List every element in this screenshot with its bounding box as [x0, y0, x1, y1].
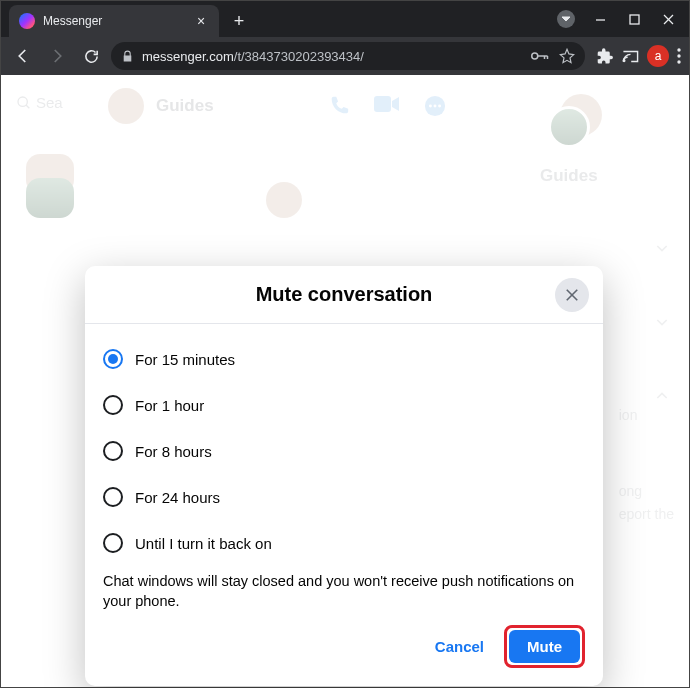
mute-option-1-hour[interactable]: For 1 hour	[103, 382, 585, 428]
mute-option-until-back-on[interactable]: Until I turn it back on	[103, 520, 585, 566]
modal-header: Mute conversation	[85, 266, 603, 324]
tab-close-icon[interactable]: ×	[193, 13, 209, 29]
window-minimize-button[interactable]	[585, 4, 615, 34]
highlight-annotation: Mute	[504, 625, 585, 668]
tab-search-icon[interactable]	[551, 4, 581, 34]
option-label: For 15 minutes	[135, 351, 235, 368]
extensions-icon[interactable]	[597, 48, 614, 65]
option-label: For 24 hours	[135, 489, 220, 506]
cast-icon[interactable]	[622, 49, 639, 64]
messenger-favicon-icon	[19, 13, 35, 29]
mute-option-15-minutes[interactable]: For 15 minutes	[103, 336, 585, 382]
key-icon[interactable]	[531, 50, 549, 62]
modal-actions: Cancel Mute	[85, 611, 603, 668]
svg-point-10	[677, 54, 680, 57]
radio-icon	[103, 533, 123, 553]
svg-point-4	[532, 53, 538, 59]
tab-title: Messenger	[43, 14, 185, 28]
radio-icon	[103, 487, 123, 507]
svg-point-11	[677, 60, 680, 63]
star-icon[interactable]	[559, 48, 575, 64]
option-label: For 8 hours	[135, 443, 212, 460]
mute-options: For 15 minutes For 1 hour For 8 hours Fo…	[85, 324, 603, 570]
page-content: Sea Guides Guides ion on	[2, 76, 688, 686]
mute-option-24-hours[interactable]: For 24 hours	[103, 474, 585, 520]
svg-point-8	[623, 60, 624, 61]
cancel-button[interactable]: Cancel	[423, 630, 496, 663]
modal-close-button[interactable]	[555, 278, 589, 312]
option-label: Until I turn it back on	[135, 535, 272, 552]
radio-icon	[103, 349, 123, 369]
close-icon	[563, 286, 581, 304]
nav-reload-button[interactable]	[77, 42, 105, 70]
modal-title: Mute conversation	[256, 283, 433, 306]
mute-button[interactable]: Mute	[509, 630, 580, 663]
browser-address-bar: messenger.com/t/3843730202393434/ a	[1, 37, 689, 75]
browser-titlebar: Messenger × +	[1, 1, 689, 37]
url-field[interactable]: messenger.com/t/3843730202393434/	[111, 42, 585, 70]
kebab-menu-icon[interactable]	[677, 48, 681, 64]
new-tab-button[interactable]: +	[225, 7, 253, 35]
nav-back-button[interactable]	[9, 42, 37, 70]
mute-conversation-modal: Mute conversation For 15 minutes For 1 h…	[85, 266, 603, 686]
url-text: messenger.com/t/3843730202393434/	[142, 49, 364, 64]
radio-icon	[103, 441, 123, 461]
nav-forward-button	[43, 42, 71, 70]
lock-icon	[121, 50, 134, 63]
radio-icon	[103, 395, 123, 415]
browser-tab[interactable]: Messenger ×	[9, 5, 219, 37]
mute-option-8-hours[interactable]: For 8 hours	[103, 428, 585, 474]
modal-description: Chat windows will stay closed and you wo…	[85, 572, 603, 611]
window-close-button[interactable]	[653, 4, 683, 34]
svg-rect-1	[630, 15, 639, 24]
svg-point-9	[677, 48, 680, 51]
window-maximize-button[interactable]	[619, 4, 649, 34]
profile-avatar[interactable]: a	[647, 45, 669, 67]
option-label: For 1 hour	[135, 397, 204, 414]
